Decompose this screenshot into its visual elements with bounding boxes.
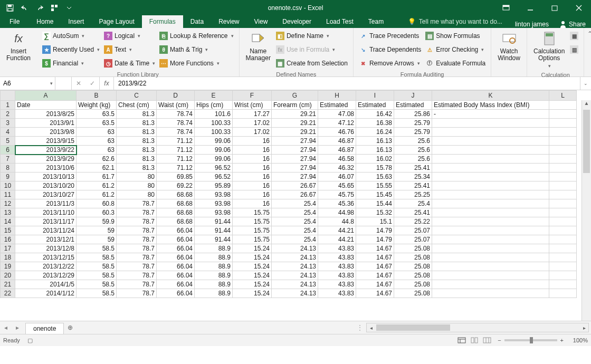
row-header[interactable]: 14 (1, 217, 15, 226)
cell[interactable]: 68.68 (157, 217, 195, 226)
cell[interactable]: 25.25 (394, 190, 432, 199)
cell[interactable]: 80 (117, 173, 157, 181)
cell[interactable] (549, 226, 577, 235)
zoom-level[interactable]: 100% (567, 337, 588, 343)
financial-button[interactable]: $Financial▾ (40, 56, 102, 70)
cell[interactable]: 14.67 (356, 280, 394, 289)
cell[interactable]: 63.5 (77, 119, 117, 128)
cell[interactable]: 80 (117, 190, 157, 199)
column-header[interactable]: K (432, 91, 549, 101)
column-header[interactable]: C (117, 91, 157, 101)
cell[interactable]: 2013/10/27 (15, 190, 77, 199)
cell[interactable]: 68.68 (157, 199, 195, 208)
cell[interactable]: 2013/12/1 (15, 235, 77, 244)
row-header[interactable]: 7 (1, 155, 15, 164)
cell[interactable]: 59.9 (77, 217, 117, 226)
cell[interactable]: Estimated (356, 101, 394, 110)
cell[interactable]: Chest (cm) (117, 101, 157, 110)
cell[interactable]: 80 (117, 181, 157, 190)
close-button[interactable] (567, 0, 591, 15)
cell[interactable]: 25.07 (394, 226, 432, 235)
hscroll-thumb[interactable] (376, 324, 450, 331)
cell[interactable] (549, 289, 577, 298)
row-header[interactable]: 11 (1, 190, 15, 199)
cell[interactable]: 47.12 (318, 119, 356, 128)
cell[interactable]: 91.44 (195, 226, 233, 235)
cell[interactable]: 45.65 (318, 181, 356, 190)
column-header[interactable]: L (549, 91, 577, 101)
cell[interactable]: 43.83 (318, 253, 356, 262)
row-header[interactable]: 18 (1, 253, 15, 262)
cell[interactable]: 88.9 (195, 253, 233, 262)
cell[interactable]: 17.02 (233, 128, 272, 137)
cell[interactable] (432, 155, 549, 164)
select-all-corner[interactable] (1, 91, 15, 101)
calculate-now-button[interactable]: ▦ (568, 29, 580, 43)
cell[interactable]: 25.6 (394, 146, 432, 155)
logical-button[interactable]: ?Logical▾ (102, 29, 157, 43)
user-name[interactable]: linton james (510, 21, 554, 28)
cell[interactable]: 78.7 (117, 289, 157, 298)
cell[interactable]: 25.08 (394, 262, 432, 271)
cell[interactable]: 15.63 (356, 173, 394, 181)
column-header[interactable]: F (233, 91, 272, 101)
ribbon-display-button[interactable] (494, 0, 518, 15)
cell[interactable]: 78.74 (157, 128, 195, 137)
cell[interactable]: 78.7 (117, 280, 157, 289)
cell[interactable]: 60.8 (77, 199, 117, 208)
cell[interactable]: 2013/12/29 (15, 271, 77, 280)
cell[interactable] (432, 173, 549, 181)
cell[interactable]: 81.3 (117, 137, 157, 146)
cell[interactable]: 91.44 (195, 235, 233, 244)
cell[interactable] (432, 208, 549, 217)
cell[interactable]: 25.6 (394, 155, 432, 164)
cell[interactable] (549, 101, 577, 110)
cell[interactable]: 17.02 (233, 119, 272, 128)
cell[interactable]: 66.04 (157, 289, 195, 298)
cell[interactable]: 2013/9/15 (15, 137, 77, 146)
cell[interactable]: 16 (233, 155, 272, 164)
cell[interactable]: 15.75 (233, 226, 272, 235)
cell[interactable]: 68.68 (157, 190, 195, 199)
cell[interactable]: 66.04 (157, 226, 195, 235)
cell[interactable]: 15.55 (356, 181, 394, 190)
cell[interactable]: 46.87 (318, 146, 356, 155)
cell[interactable] (549, 110, 577, 119)
cell[interactable]: 71.12 (157, 146, 195, 155)
cell[interactable]: 95.89 (195, 181, 233, 190)
error-checking-button[interactable]: ⚠Error Checking▾ (423, 43, 488, 56)
cell[interactable]: Weight (kg) (77, 101, 117, 110)
scroll-right-button[interactable]: ▸ (580, 325, 588, 331)
cell[interactable]: 46.58 (318, 155, 356, 164)
row-header[interactable]: 16 (1, 235, 15, 244)
cell[interactable]: 16.24 (356, 128, 394, 137)
cell[interactable] (549, 208, 577, 217)
cell[interactable]: Hips (cm) (195, 101, 233, 110)
cell[interactable]: 25.4 (394, 199, 432, 208)
vertical-scrollbar[interactable]: ▲ (582, 100, 591, 321)
zoom-in-button[interactable]: + (560, 337, 564, 343)
cell[interactable] (549, 164, 577, 173)
share-button[interactable]: Share (554, 21, 591, 28)
cell[interactable]: 68.68 (157, 208, 195, 217)
cell[interactable]: Date (15, 101, 77, 110)
cell[interactable]: 26.67 (272, 190, 318, 199)
cell[interactable]: 2014/1/12 (15, 289, 77, 298)
cell[interactable]: 14.67 (356, 253, 394, 262)
cell[interactable]: 16.02 (356, 155, 394, 164)
cell[interactable] (549, 146, 577, 155)
sheet-tab[interactable]: onenote (25, 323, 64, 334)
cell[interactable] (432, 244, 549, 253)
cell[interactable]: 61.2 (77, 181, 117, 190)
cell[interactable]: 63 (77, 137, 117, 146)
cell[interactable]: 96.52 (195, 173, 233, 181)
cell[interactable]: 16 (233, 190, 272, 199)
cell[interactable]: 15.44 (356, 199, 394, 208)
fx-icon[interactable]: fx (100, 77, 114, 90)
cell[interactable]: 27.94 (272, 155, 318, 164)
cell[interactable]: 2013/11/10 (15, 208, 77, 217)
cell[interactable] (549, 262, 577, 271)
create-from-selection-button[interactable]: ▦Create from Selection (274, 56, 350, 70)
cell[interactable]: Estimated (318, 101, 356, 110)
cell[interactable]: 47.08 (318, 110, 356, 119)
